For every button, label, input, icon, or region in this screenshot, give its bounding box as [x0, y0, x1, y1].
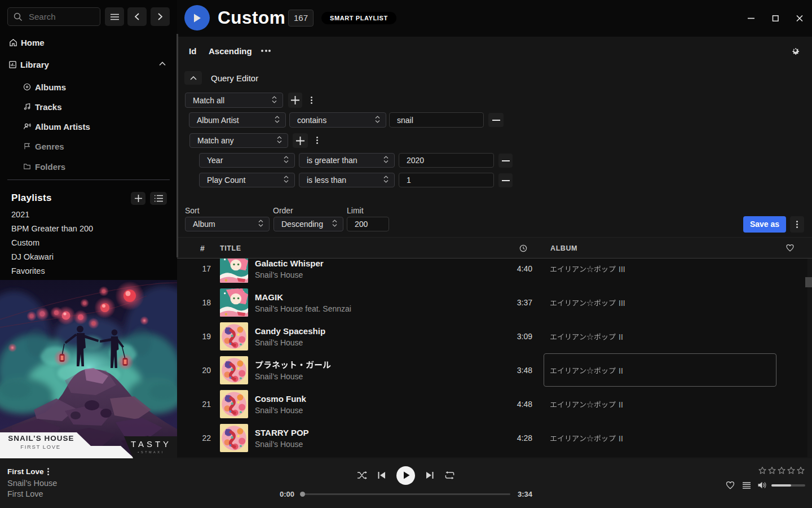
svg-text:▪STMAXI: ▪STMAXI	[138, 450, 165, 454]
svg-text:III: III	[619, 265, 625, 274]
svg-text:II: II	[619, 400, 623, 409]
svg-text:II: II	[619, 332, 623, 341]
svg-text:FIRST LOVE: FIRST LOVE	[20, 444, 60, 450]
svg-text:TASTY: TASTY	[131, 439, 171, 449]
svg-text:II: II	[619, 434, 623, 443]
svg-text:SNAIL’S HOUSE: SNAIL’S HOUSE	[8, 434, 74, 443]
svg-text:II: II	[619, 366, 623, 375]
svg-text:III: III	[619, 299, 625, 308]
